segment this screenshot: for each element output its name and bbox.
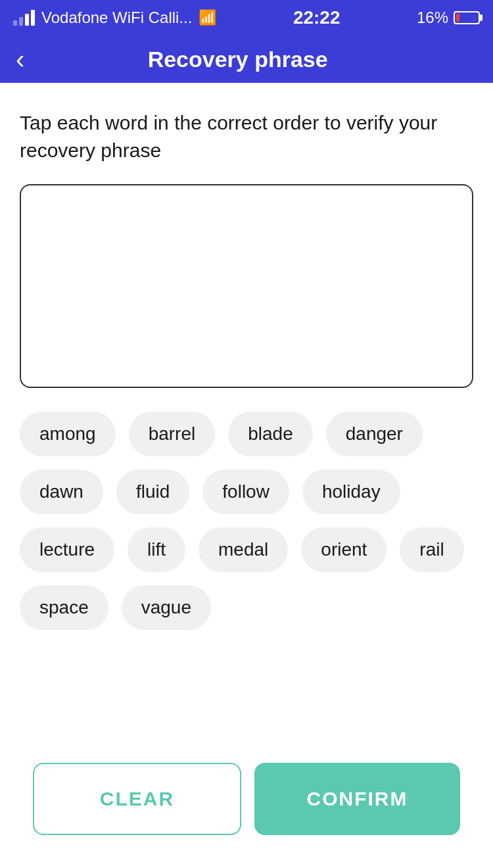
page-title: Recovery phrase bbox=[37, 47, 438, 72]
list-item[interactable]: orient bbox=[301, 527, 387, 572]
battery-icon bbox=[454, 11, 480, 24]
signal-icon bbox=[13, 10, 35, 26]
content-area: Tap each word in the correct order to ve… bbox=[0, 83, 493, 868]
list-item[interactable]: dawn bbox=[20, 470, 103, 514]
list-item[interactable]: medal bbox=[199, 527, 288, 572]
confirm-button[interactable]: CONFIRM bbox=[254, 763, 460, 835]
instruction-text: Tap each word in the correct order to ve… bbox=[20, 109, 473, 164]
back-button[interactable]: ‹ bbox=[16, 46, 24, 72]
status-left: Vodafone WiFi Calli... 📶 bbox=[13, 9, 216, 27]
list-item[interactable]: lecture bbox=[20, 527, 114, 572]
status-right: 16% bbox=[417, 9, 480, 27]
list-item[interactable]: fluid bbox=[116, 470, 189, 514]
list-item[interactable]: vague bbox=[122, 585, 211, 630]
wifi-icon: 📶 bbox=[199, 9, 216, 26]
header: ‹ Recovery phrase bbox=[0, 36, 493, 83]
carrier-text: Vodafone WiFi Calli... bbox=[41, 9, 192, 27]
bottom-buttons: CLEAR CONFIRM bbox=[20, 743, 473, 868]
phrase-input-box[interactable] bbox=[20, 184, 473, 388]
list-item[interactable]: danger bbox=[326, 412, 423, 456]
words-grid: amongbarrelbladedangerdawnfluidfollowhol… bbox=[20, 412, 473, 630]
list-item[interactable]: holiday bbox=[302, 470, 400, 514]
status-bar: Vodafone WiFi Calli... 📶 22:22 16% bbox=[0, 0, 493, 36]
list-item[interactable]: blade bbox=[228, 412, 313, 456]
battery-percent: 16% bbox=[417, 9, 448, 27]
list-item[interactable]: rail bbox=[400, 527, 463, 572]
list-item[interactable]: lift bbox=[128, 527, 185, 572]
list-item[interactable]: follow bbox=[202, 470, 289, 514]
clear-button[interactable]: CLEAR bbox=[33, 763, 241, 835]
list-item[interactable]: barrel bbox=[129, 412, 216, 456]
list-item[interactable]: space bbox=[20, 585, 108, 630]
list-item[interactable]: among bbox=[20, 412, 116, 456]
status-time: 22:22 bbox=[293, 7, 340, 28]
